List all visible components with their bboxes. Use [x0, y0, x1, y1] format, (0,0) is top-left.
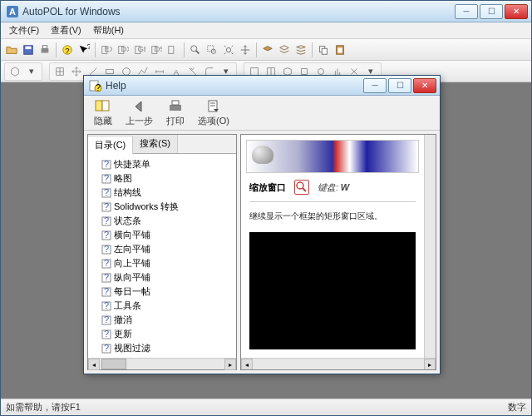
options-icon	[205, 99, 222, 114]
status-mode: 数字	[508, 401, 526, 414]
svg-rect-5	[42, 45, 47, 48]
tab-contents[interactable]: 目录(C)	[88, 136, 133, 154]
svg-text:?: ?	[96, 82, 101, 92]
scroll-left-icon[interactable]: ◂	[241, 359, 253, 370]
chevron-down-icon[interactable]: ▾	[24, 64, 39, 79]
help-options-button[interactable]: 选项(O)	[193, 97, 234, 129]
dst-icon[interactable]: DST	[149, 42, 164, 57]
grid-icon[interactable]	[52, 64, 67, 79]
svg-text:?: ?	[104, 160, 109, 169]
help-maximize-button[interactable]: ☐	[388, 78, 411, 93]
tree-item[interactable]: ?工具条	[90, 299, 234, 313]
help-titlebar[interactable]: ? Help ─ ☐ ✕	[84, 76, 440, 96]
help-back-label: 上一步	[126, 115, 153, 127]
svg-text:DST: DST	[154, 44, 162, 53]
tree-item[interactable]: ?每日一帖	[90, 285, 234, 299]
tree-item[interactable]: ?视图过滤	[90, 341, 234, 355]
main-title: AutoPOL for Windows	[22, 6, 455, 17]
statusbar: 如需帮助，请按F1 数字	[1, 399, 531, 415]
svg-text:?: ?	[65, 45, 69, 54]
svg-rect-17	[169, 46, 174, 53]
maximize-button[interactable]: ☐	[480, 4, 503, 19]
open-icon[interactable]	[4, 42, 19, 57]
help-minimize-button[interactable]: ─	[363, 78, 387, 93]
svg-rect-40	[170, 105, 181, 111]
tree-item[interactable]: ?略图	[90, 171, 234, 186]
tree-item[interactable]: ?撤消	[90, 313, 234, 327]
zoom-extents-icon[interactable]	[221, 42, 236, 57]
help-content-vscroll[interactable]	[424, 135, 436, 358]
tree-item[interactable]: ?快捷菜单	[90, 157, 234, 171]
layer-icon[interactable]	[260, 42, 275, 57]
help-tree[interactable]: ?快捷菜单?略图?结构线?Solidworks 转换?状态条?横向平铺?左向平铺…	[88, 154, 236, 358]
svg-text:?: ?	[87, 44, 91, 51]
tree-item[interactable]: ?横向平铺	[90, 228, 234, 242]
svg-line-27	[90, 67, 97, 75]
svg-text:?: ?	[104, 188, 109, 197]
hide-icon	[95, 99, 111, 114]
svg-text:GEO: GEO	[137, 44, 145, 53]
scroll-right-icon[interactable]: ▸	[224, 359, 236, 370]
tree-item[interactable]: ?向上平铺	[90, 256, 234, 270]
geo-icon[interactable]: GEO	[132, 42, 147, 57]
menu-help[interactable]: 帮助(H)	[88, 22, 129, 38]
help-back-button[interactable]: 上一步	[121, 97, 158, 129]
separator	[312, 42, 313, 57]
help-icon[interactable]: ?	[60, 42, 75, 57]
tree-item[interactable]: ?纵向平铺	[90, 270, 234, 285]
print-icon	[167, 99, 184, 114]
zoom-window-icon[interactable]	[204, 42, 219, 57]
separator	[256, 42, 257, 57]
export-icon[interactable]: EXP	[99, 42, 114, 57]
copy-icon[interactable]	[316, 42, 331, 57]
separator	[95, 42, 96, 57]
context-help-icon[interactable]: ?	[76, 42, 91, 57]
svg-text:DXF: DXF	[121, 44, 129, 53]
print-icon[interactable]	[37, 42, 52, 57]
help-content-hscroll[interactable]: ◂ ▸	[241, 358, 436, 369]
svg-rect-4	[42, 48, 49, 52]
paste-icon[interactable]	[332, 42, 347, 57]
help-tree-hscroll[interactable]: ◂ ▸	[88, 358, 236, 369]
back-icon	[131, 99, 148, 114]
help-close-button[interactable]: ✕	[413, 78, 436, 93]
svg-text:EXP: EXP	[104, 44, 112, 53]
minimize-button[interactable]: ─	[455, 4, 478, 19]
part-icon[interactable]	[7, 64, 22, 79]
scroll-left-icon[interactable]: ◂	[88, 359, 100, 370]
help-print-button[interactable]: 打印	[161, 97, 190, 129]
tree-item[interactable]: ?Solidworks 转换	[90, 200, 234, 214]
svg-rect-41	[172, 101, 179, 105]
divider	[249, 201, 416, 202]
scroll-thumb[interactable]	[101, 359, 126, 369]
tree-item[interactable]: ?更新	[90, 327, 234, 341]
help-hide-button[interactable]: 隐藏	[89, 97, 117, 129]
main-titlebar[interactable]: A AutoPOL for Windows ─ ☐ ✕	[1, 1, 531, 22]
svg-point-18	[191, 45, 197, 51]
svg-point-29	[123, 67, 131, 75]
pan-icon[interactable]	[238, 42, 253, 57]
help-window: ? Help ─ ☐ ✕ 隐藏 上一步 打印 选项(O) 目录(C)	[83, 75, 441, 374]
layers2-icon[interactable]	[293, 42, 308, 57]
layers-icon[interactable]	[277, 42, 292, 57]
status-text: 如需帮助，请按F1	[6, 401, 81, 414]
close-button[interactable]: ✕	[505, 4, 528, 19]
svg-text:?: ?	[104, 315, 109, 324]
help-content-pane: 缩放窗口 键盘: W 继续显示一个框架的矩形窗口区域。 ◂ ▸	[240, 134, 436, 370]
tree-item[interactable]: ?状态条	[90, 214, 234, 228]
dxf-icon[interactable]: DXF	[116, 42, 131, 57]
format-icon[interactable]	[165, 42, 180, 57]
menu-view[interactable]: 查看(V)	[46, 22, 86, 38]
svg-rect-24	[322, 48, 327, 54]
save-icon[interactable]	[21, 42, 36, 57]
tab-search[interactable]: 搜索(S)	[133, 135, 178, 153]
help-content-preview	[249, 232, 416, 349]
tree-item[interactable]: ?左向平铺	[90, 242, 234, 256]
zoom-in-icon[interactable]	[188, 42, 203, 57]
svg-rect-3	[26, 46, 32, 49]
scroll-right-icon[interactable]: ▸	[424, 359, 436, 370]
help-banner	[246, 140, 419, 173]
menu-file[interactable]: 文件(F)	[4, 22, 44, 38]
tree-item[interactable]: ?结构线	[90, 186, 234, 200]
move-icon[interactable]	[69, 64, 84, 79]
